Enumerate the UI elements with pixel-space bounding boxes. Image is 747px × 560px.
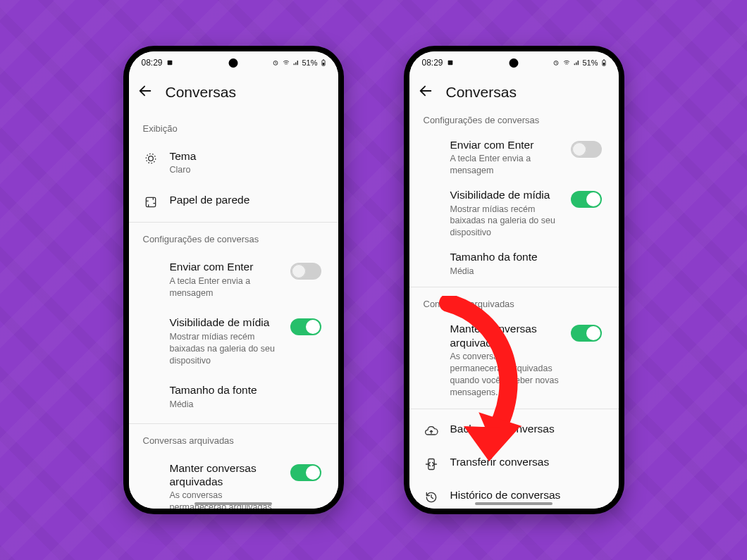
row-backup[interactable]: Backup de conversas	[409, 413, 619, 447]
svg-rect-4	[322, 63, 324, 65]
divider	[129, 423, 338, 424]
svg-rect-3	[323, 59, 324, 60]
wifi-icon	[282, 59, 290, 66]
row-title: Tamanho da fonte	[450, 250, 605, 263]
section-archived-header: Conversas arquivadas	[129, 428, 338, 453]
row-title: Manter conversas arquivadas	[450, 322, 560, 349]
svg-rect-7	[146, 198, 155, 207]
history-icon	[424, 490, 438, 504]
row-transfer[interactable]: Transferir conversas	[409, 447, 619, 480]
svg-point-6	[146, 154, 155, 163]
row-keep-archived[interactable]: Manter conversas arquivadas As conversas…	[129, 453, 338, 509]
phones-container: 08:29 51% Conversas	[0, 0, 747, 560]
row-subtitle: Média	[450, 266, 591, 278]
row-title: Papel de parede	[170, 193, 324, 206]
toggle-media-visibility[interactable]	[571, 191, 602, 208]
row-media-visibility[interactable]: Visibilidade de mídia Mostrar mídias rec…	[409, 182, 619, 244]
row-keep-archived[interactable]: Manter conversas arquivadas As conversas…	[409, 316, 619, 404]
settings-content[interactable]: Configurações de conversas Enviar com En…	[409, 111, 619, 509]
phone-mockup-2: 08:29 51% Conversas Configurações	[404, 46, 624, 514]
row-subtitle: Média	[170, 399, 311, 411]
divider	[409, 287, 619, 287]
row-title: Enviar com Enter	[170, 260, 279, 273]
gesture-bar	[475, 502, 552, 505]
back-arrow-icon	[418, 83, 433, 99]
signal-icon	[292, 59, 300, 66]
toggle-enter-send[interactable]	[571, 141, 602, 158]
row-subtitle: Mostrar mídias recém baixadas na galeria…	[170, 331, 279, 367]
gesture-bar	[195, 502, 272, 505]
status-battery: 51%	[302, 58, 317, 67]
section-chat-settings-header: Configurações de conversas	[129, 227, 338, 251]
row-enter-send[interactable]: Enviar com Enter A tecla Enter envia a m…	[409, 132, 619, 182]
page-title: Conversas	[166, 84, 236, 101]
row-theme[interactable]: Tema Claro	[129, 141, 338, 185]
row-font-size[interactable]: Tamanho da fonte Média	[129, 375, 338, 418]
toggle-keep-archived[interactable]	[290, 464, 321, 481]
camera-notch	[229, 58, 238, 68]
divider	[409, 409, 619, 409]
alarm-icon	[271, 59, 280, 66]
settings-content[interactable]: Exibição Tema Claro Papel de par	[129, 111, 338, 509]
battery-icon	[600, 58, 607, 67]
svg-rect-11	[603, 59, 605, 60]
status-time: 08:29	[422, 58, 443, 68]
back-button[interactable]	[418, 83, 433, 101]
status-time: 08:29	[142, 58, 163, 68]
phone-mockup-1: 08:29 51% Conversas	[123, 46, 344, 514]
status-battery: 51%	[582, 58, 598, 67]
wallpaper-icon	[144, 195, 158, 209]
row-subtitle: A tecla Enter envia a mensagem	[450, 153, 560, 177]
row-font-size[interactable]: Tamanho da fonte Média	[409, 244, 619, 282]
svg-point-5	[148, 156, 153, 161]
row-media-visibility[interactable]: Visibilidade de mídia Mostrar mídias rec…	[129, 307, 338, 375]
camera-notch	[510, 58, 519, 68]
row-wallpaper[interactable]: Papel de parede	[129, 185, 338, 218]
row-title: Enviar com Enter	[450, 138, 560, 151]
row-title: Histórico de conversas	[450, 488, 605, 502]
row-title: Tamanho da fonte	[170, 383, 324, 397]
toggle-enter-send[interactable]	[290, 263, 321, 280]
cloud-upload-icon	[424, 424, 438, 438]
svg-rect-13	[428, 459, 433, 469]
row-subtitle: Mostrar mídias recém baixadas na galeria…	[450, 204, 560, 239]
svg-rect-8	[447, 61, 452, 66]
app-bar: Conversas	[409, 74, 619, 111]
row-title: Visibilidade de mídia	[170, 316, 279, 329]
alarm-icon	[552, 59, 560, 66]
app-bar: Conversas	[129, 74, 338, 111]
section-archived-header: Conversas arquivadas	[409, 292, 619, 316]
row-subtitle: As conversas permanecerão arquivadas qua…	[450, 351, 560, 399]
row-subtitle: Claro	[170, 164, 311, 176]
toggle-media-visibility[interactable]	[290, 318, 321, 335]
row-subtitle: A tecla Enter envia a mensagem	[170, 275, 279, 299]
row-title: Visibilidade de mídia	[450, 188, 560, 201]
svg-rect-12	[603, 63, 605, 65]
back-button[interactable]	[137, 83, 153, 101]
divider	[129, 222, 338, 223]
signal-icon	[573, 59, 580, 66]
row-enter-send[interactable]: Enviar com Enter A tecla Enter envia a m…	[129, 251, 338, 307]
device-transfer-icon	[424, 457, 438, 471]
row-subtitle: As conversas permanecerão arquivadas qua…	[170, 490, 279, 509]
svg-rect-0	[167, 61, 172, 66]
row-title: Manter conversas arquivadas	[170, 461, 279, 489]
section-chat-settings-header: Configurações de conversas	[409, 111, 619, 132]
wifi-icon	[562, 59, 571, 66]
row-title: Transferir conversas	[450, 455, 605, 468]
section-display-header: Exibição	[129, 111, 338, 141]
notification-icon	[166, 59, 173, 66]
page-title: Conversas	[446, 84, 517, 101]
toggle-keep-archived[interactable]	[571, 325, 602, 342]
theme-icon	[144, 151, 158, 166]
row-title: Tema	[170, 149, 324, 163]
battery-icon	[320, 58, 327, 67]
back-arrow-icon	[137, 83, 153, 99]
row-title: Backup de conversas	[450, 422, 605, 435]
notification-icon	[447, 59, 454, 66]
